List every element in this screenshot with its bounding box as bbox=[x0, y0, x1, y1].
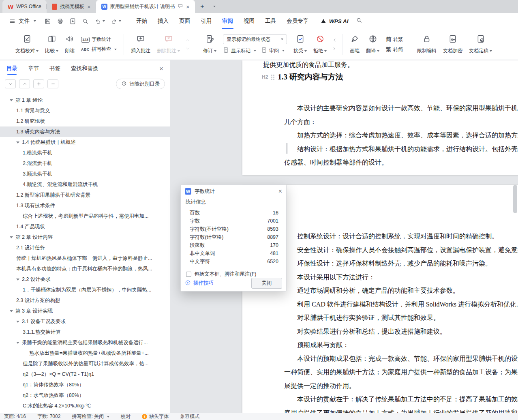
outline-item[interactable]: 1．干燥桶体定制为双层（内层为不锈钢），中间夹隔热... bbox=[0, 285, 170, 295]
tab-template-doc[interactable]: 找稿壳模板 × bbox=[47, 0, 96, 13]
sidebar-tab-bookmarks[interactable]: 书签 bbox=[49, 65, 60, 72]
close-icon[interactable]: × bbox=[87, 4, 91, 10]
new-tab-button[interactable]: + bbox=[197, 2, 207, 11]
undo-button[interactable] bbox=[94, 18, 105, 25]
outline-item[interactable]: 1.3 研究内容与方法 bbox=[0, 126, 170, 137]
outline-item[interactable]: 4.顺逆流、混逆流和顺混流烘干机 bbox=[0, 179, 170, 190]
menu-item[interactable]: 审阅 bbox=[217, 13, 238, 29]
tab-wps-home[interactable]: W WPS Office bbox=[2, 0, 47, 13]
outline-item[interactable]: 2.3 设计方案的构想 bbox=[0, 295, 170, 306]
collapse-to-level-button[interactable] bbox=[5, 79, 16, 88]
word-count-indicator[interactable]: 字数: 7002 bbox=[37, 413, 60, 420]
outline-item[interactable]: C:水的比热容 4.2×10³kJ/kg·℃ bbox=[0, 401, 170, 411]
outline-item[interactable]: 第 2 章 设计内容 bbox=[0, 232, 170, 242]
menu-item[interactable]: 会员专享 bbox=[281, 13, 314, 29]
outline-item[interactable]: 热水放出热量=果脯吸收的热量+机械设备所耗能量+... bbox=[0, 348, 170, 358]
to-traditional-button[interactable]: 简 转繁 bbox=[386, 36, 403, 43]
missing-font-warning[interactable]: !缺失字体 bbox=[142, 413, 169, 420]
outline-item[interactable]: 1.1 背景与意义 bbox=[0, 105, 170, 116]
outline-item[interactable]: 2.1 设计任务 bbox=[0, 242, 170, 253]
proofread-button[interactable]: 校对 bbox=[121, 413, 131, 420]
tab-list-button[interactable] bbox=[210, 2, 218, 11]
menu-item[interactable]: 视图 bbox=[238, 13, 260, 29]
drag-handle-icon[interactable] bbox=[271, 74, 275, 80]
outline-item[interactable]: 1.2 研究现状 bbox=[0, 116, 170, 126]
sidebar-tab-toc[interactable]: 目录 bbox=[6, 65, 17, 72]
outline-item[interactable]: 第 1 章 绪论 bbox=[0, 95, 170, 105]
menu-item[interactable]: 开始 bbox=[131, 13, 152, 29]
menu-item[interactable]: 引用 bbox=[195, 13, 217, 29]
collapse-triangle-icon[interactable] bbox=[16, 342, 22, 344]
collapse-triangle-icon[interactable] bbox=[10, 236, 15, 238]
page-indicator[interactable]: 页面: 4/16 bbox=[4, 413, 26, 420]
outline-item[interactable]: η2（3—2）×Q = CV(T2 - T1)η1 bbox=[0, 369, 170, 379]
expand-all-button[interactable] bbox=[33, 79, 44, 88]
comment-bubble-icon[interactable] bbox=[178, 3, 183, 10]
print-button[interactable] bbox=[57, 18, 64, 25]
outline-item[interactable]: 本机具有多功能的特点：由于原料在桶内不停的翻滚，热风... bbox=[0, 264, 170, 274]
collapse-triangle-icon[interactable] bbox=[10, 310, 15, 312]
collapse-all-button[interactable] bbox=[47, 79, 58, 88]
outline-item[interactable]: 1.2 新型家用果脯烘干机研究背景 bbox=[0, 190, 170, 200]
dialog-title-bar[interactable]: W 字数统计 × bbox=[181, 185, 286, 198]
sidebar-close-icon[interactable]: × bbox=[159, 65, 163, 72]
outline-item[interactable]: 果脯干燥的能量消耗主要包括果脯吸热和机械设备运行... bbox=[0, 337, 170, 348]
dialog-close-icon[interactable]: × bbox=[278, 188, 282, 195]
sidebar-tab-chapters[interactable]: 章节 bbox=[28, 65, 39, 72]
outline-item[interactable]: 1.3 现有技术条件 bbox=[0, 200, 170, 211]
tips-link[interactable]: 操作技巧 bbox=[185, 280, 214, 287]
prev-change-icon[interactable] bbox=[331, 37, 338, 43]
outline-item[interactable]: 传统干燥机的热风是从桶体下部一侧进入，由于原料是静止... bbox=[0, 253, 170, 264]
outline-item[interactable]: 1.4 产品现状 bbox=[0, 221, 170, 232]
translate-button[interactable]: 翻译 bbox=[363, 33, 383, 56]
search-icon[interactable] bbox=[356, 17, 362, 25]
to-simplified-button[interactable]: 繁 转简 bbox=[386, 46, 403, 53]
menu-item[interactable]: 页面 bbox=[174, 13, 195, 29]
next-change-icon[interactable] bbox=[331, 46, 338, 52]
expand-to-level-button[interactable] bbox=[19, 79, 30, 88]
outline-item[interactable]: 1.4 传统果脯烘干机概述 bbox=[0, 137, 170, 148]
tab-current-doc[interactable]: W 家用型果脯烘干机设计 说明书 × bbox=[96, 0, 195, 13]
reject-change-button[interactable]: 拒绝 bbox=[310, 33, 330, 56]
sidebar-tab-find-replace[interactable]: 查找和替换 bbox=[71, 65, 98, 72]
collapse-triangle-icon[interactable] bbox=[16, 141, 22, 144]
export-pdf-button[interactable] bbox=[69, 18, 76, 25]
restrict-editing-button[interactable]: 限制编辑 bbox=[414, 33, 440, 56]
save-button[interactable] bbox=[44, 18, 51, 25]
accept-change-button[interactable]: 接受 bbox=[290, 33, 310, 56]
menu-item[interactable]: 插入 bbox=[152, 13, 174, 29]
spell-check-status[interactable]: 拼写检查: 关闭 bbox=[72, 413, 109, 420]
outline-item[interactable]: η2：水气放热效率（80%） bbox=[0, 390, 170, 401]
outline-item[interactable]: η1：筒体传热效率（80%） bbox=[0, 379, 170, 390]
close-button[interactable]: 关闭 bbox=[251, 278, 282, 289]
compare-button[interactable]: 比较 bbox=[42, 33, 62, 56]
vertical-scrollbar-thumb[interactable] bbox=[513, 185, 517, 213]
ink-brush-button[interactable]: 画笔 bbox=[347, 33, 363, 56]
find-button[interactable] bbox=[82, 18, 89, 25]
outline-item[interactable]: 3.顺流烘干机 bbox=[0, 169, 170, 179]
outline-item[interactable]: 第 3 章 设计实现 bbox=[0, 306, 170, 316]
encrypt-document-button[interactable]: 文档加密 bbox=[440, 33, 466, 56]
close-icon[interactable]: × bbox=[186, 4, 190, 10]
outline-item[interactable]: 3.1 设备工况及要求 bbox=[0, 316, 170, 327]
undo-menu-caret[interactable] bbox=[103, 20, 105, 22]
file-menu-button[interactable]: 文件 bbox=[6, 17, 39, 25]
word-count-button[interactable]: 123 字数统计 bbox=[81, 36, 117, 43]
show-markup-button[interactable]: 显示标记 bbox=[223, 47, 256, 54]
outline-item[interactable]: 3.1.1.热交换计算 bbox=[0, 327, 170, 337]
redo-button[interactable] bbox=[111, 18, 121, 25]
insert-comment-button[interactable]: 插入批注 bbox=[128, 33, 154, 56]
track-changes-button[interactable]: 修订 bbox=[200, 33, 220, 56]
finalize-document-button[interactable]: 文档定稿 bbox=[466, 33, 495, 56]
markup-state-combobox[interactable]: 显示标记的最终状态 bbox=[223, 34, 287, 44]
collapse-triangle-icon[interactable] bbox=[10, 99, 15, 101]
outline-item[interactable]: 但是除了果脯吸收以外的热量可以计算成传热效率，热... bbox=[0, 358, 170, 369]
outline-item[interactable]: 2.混流烘干机 bbox=[0, 158, 170, 169]
redo-menu-caret[interactable] bbox=[119, 20, 121, 22]
spell-check-button[interactable]: ABC 拼写检查 bbox=[81, 46, 117, 53]
read-aloud-button[interactable]: 朗读 bbox=[62, 33, 78, 56]
review-options-button[interactable]: 审阅 bbox=[261, 47, 285, 54]
document-page-1[interactable]: 提供更加优质的食品加工服务。 H2 1.3 研究内容与方法 本设计的主要研究内容… bbox=[242, 60, 518, 175]
smart-identify-toc-button[interactable]: 智能识别目录 bbox=[116, 79, 165, 89]
outline-item[interactable]: 1.横流烘干机 bbox=[0, 148, 170, 158]
